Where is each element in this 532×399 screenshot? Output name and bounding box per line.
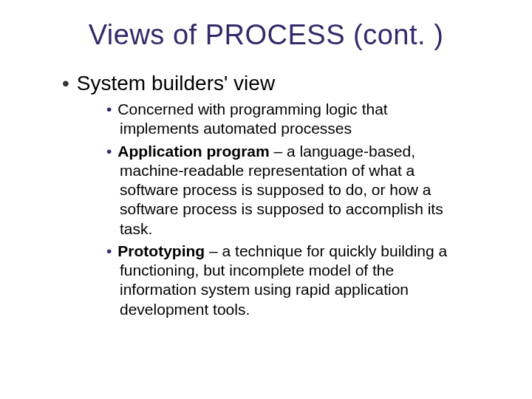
bullet-dot-icon: • — [62, 72, 69, 95]
term-bold: Prototyping — [117, 242, 205, 259]
bullet-dot-icon: • — [106, 100, 112, 117]
bullet-dot-icon: • — [106, 143, 112, 160]
bullet-level2: •Prototyping – a technique for quickly b… — [106, 242, 463, 319]
bullet-level2: •Concerned with programming logic that i… — [106, 100, 463, 139]
slide: Views of PROCESS (cont. ) •System builde… — [0, 0, 532, 399]
bullet-level1-text: System builders' view — [77, 72, 275, 95]
bullet-level1: •System builders' view — [62, 72, 502, 95]
bullet-level2: •Application program – a language-based,… — [106, 142, 463, 239]
bullet-dot-icon: • — [106, 242, 112, 259]
bullet-level2-text: Concerned with programming logic that im… — [117, 100, 387, 137]
slide-title: Views of PROCESS (cont. ) — [30, 19, 502, 51]
term-bold: Application program — [117, 143, 269, 160]
